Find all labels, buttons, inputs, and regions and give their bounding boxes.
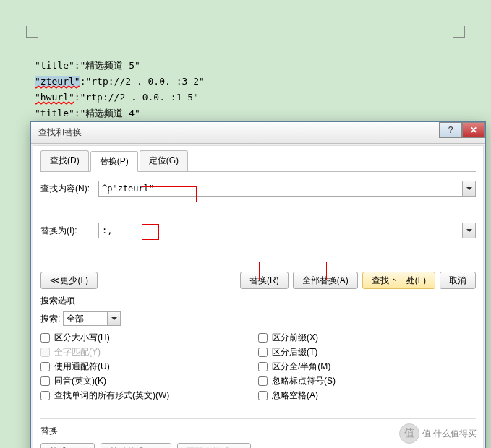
- watermark: 值 值|什么值得买: [399, 423, 477, 444]
- special-button[interactable]: 特殊格式(E): [101, 443, 171, 448]
- titlebar[interactable]: 查找和替换 ? ✕: [31, 122, 485, 144]
- options-title: 搜索选项: [40, 295, 476, 307]
- tab-replace[interactable]: 替换(P): [90, 151, 138, 172]
- find-label: 查找内容(N):: [40, 183, 98, 195]
- cancel-button[interactable]: 取消: [440, 272, 476, 289]
- check-wildcard[interactable]: 使用通配符(U): [40, 361, 258, 373]
- check-suffix[interactable]: 区分后缀(T): [258, 346, 476, 358]
- check-ignorespace[interactable]: 忽略空格(A): [258, 389, 476, 402]
- check-wholeword: 全字匹配(Y): [40, 346, 258, 358]
- find-replace-dialog: 查找和替换 ? ✕ 查找(D) 替换(P) 定位(G) 查找内容(N): ^p"…: [30, 121, 486, 448]
- close-button[interactable]: ✕: [462, 122, 485, 138]
- replace-dropdown-icon[interactable]: [462, 223, 475, 238]
- check-ignorepunct[interactable]: 忽略标点符号(S): [258, 375, 476, 387]
- crop-corner-tr: [453, 26, 465, 38]
- watermark-logo-icon: 值: [399, 423, 419, 444]
- checks-left: 区分大小写(H) 全字匹配(Y) 使用通配符(U) 同音(英文)(K) 查找单词…: [40, 332, 258, 404]
- find-dropdown-icon[interactable]: [462, 181, 475, 196]
- replace-all-button[interactable]: 全部替换(A): [293, 272, 358, 289]
- chevron-down-icon: [107, 312, 120, 325]
- check-soundslike[interactable]: 同音(英文)(K): [40, 375, 258, 387]
- tab-goto[interactable]: 定位(G): [140, 150, 188, 171]
- search-direction-select[interactable]: 全部: [63, 311, 121, 326]
- background-code: "title":"精选频道 5" "zteurl":"rtp://2 . 0.0…: [35, 58, 205, 121]
- crop-corner-tl: [26, 26, 38, 38]
- noformat-button: 不限定格式(T): [177, 443, 250, 448]
- help-button[interactable]: ?: [439, 122, 462, 138]
- dialog-title: 查找和替换: [38, 126, 82, 139]
- search-label: 搜索:: [40, 313, 60, 325]
- check-fullhalf[interactable]: 区分全/半角(M): [258, 361, 476, 373]
- replace-one-button[interactable]: 替换(R): [240, 272, 289, 289]
- divider: [40, 418, 476, 419]
- checks-right: 区分前缀(X) 区分后缀(T) 区分全/半角(M) 忽略标点符号(S) 忽略空格…: [258, 332, 476, 404]
- more-button[interactable]: <<更少(L): [40, 272, 98, 289]
- find-next-button[interactable]: 查找下一处(F): [362, 272, 435, 289]
- tab-list: 查找(D) 替换(P) 定位(G): [40, 150, 476, 172]
- format-button[interactable]: 格式(O): [40, 443, 95, 448]
- check-wordforms[interactable]: 查找单词的所有形式(英文)(W): [40, 389, 258, 402]
- check-prefix[interactable]: 区分前缀(X): [258, 332, 476, 344]
- replace-input[interactable]: :,: [98, 223, 476, 238]
- check-case[interactable]: 区分大小写(H): [40, 332, 258, 344]
- find-input[interactable]: ^p"zteurl": [98, 181, 476, 197]
- replace-label: 替换为(I):: [40, 225, 98, 237]
- tab-find[interactable]: 查找(D): [40, 150, 89, 171]
